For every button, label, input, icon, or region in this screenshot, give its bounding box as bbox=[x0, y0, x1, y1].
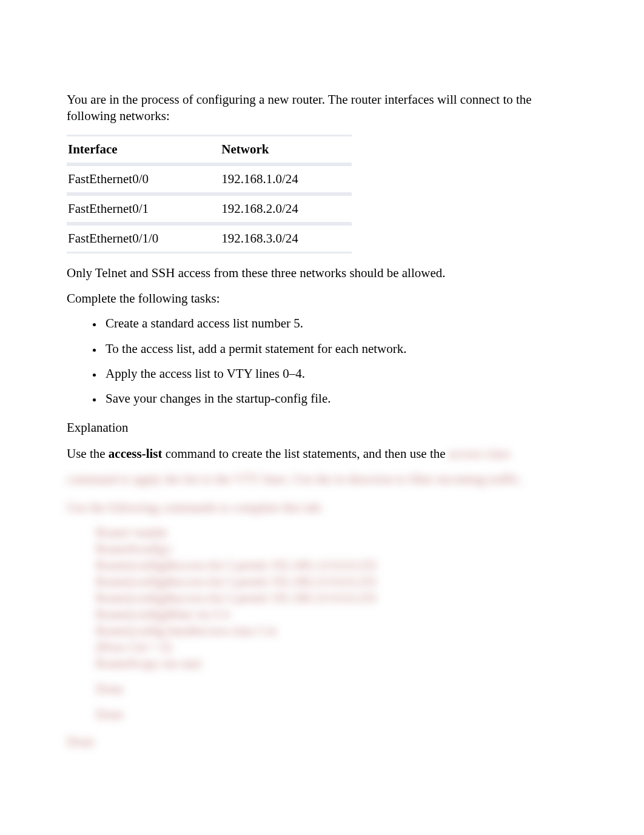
blurred-code-line: Router(config-line)#access-class 5 in bbox=[96, 623, 577, 639]
blurred-footer: Done bbox=[67, 733, 577, 750]
col-header-interface: Interface bbox=[67, 135, 220, 164]
blurred-word: Done bbox=[96, 680, 577, 697]
blurred-code-line: Router>enable bbox=[96, 525, 577, 541]
table-row: FastEthernet0/1 192.168.2.0/24 bbox=[67, 194, 352, 224]
blurred-line: command to apply the list to the VTY lin… bbox=[67, 471, 577, 488]
cell-interface: FastEthernet0/1 bbox=[67, 194, 220, 224]
blurred-word: Done bbox=[96, 706, 577, 723]
interface-network-table: Interface Network FastEthernet0/0 192.16… bbox=[67, 135, 352, 253]
list-item: Save your changes in the startup-config … bbox=[103, 391, 577, 407]
blurred-code-line: Router#copy run start bbox=[96, 656, 577, 672]
list-item: Create a standard access list number 5. bbox=[103, 315, 577, 332]
task-list: Create a standard access list number 5. … bbox=[67, 315, 577, 407]
table-row: FastEthernet0/0 192.168.1.0/24 bbox=[67, 164, 352, 194]
complete-tasks-paragraph: Complete the following tasks: bbox=[67, 290, 577, 307]
sentence-prefix: Use the bbox=[67, 446, 109, 461]
col-header-network: Network bbox=[220, 135, 352, 164]
allowed-paragraph: Only Telnet and SSH access from these th… bbox=[67, 264, 577, 281]
access-list-keyword: access-list bbox=[109, 446, 163, 461]
intro-paragraph: You are in the process of configuring a … bbox=[67, 92, 577, 125]
blurred-inline-text: access-class bbox=[449, 446, 510, 461]
cell-network: 192.168.1.0/24 bbox=[220, 164, 352, 194]
use-access-list-paragraph: Use the access-list command to create th… bbox=[67, 445, 577, 462]
cell-interface: FastEthernet0/1/0 bbox=[67, 224, 220, 253]
blurred-code-line: Router(config)#access-list 5 permit 192.… bbox=[96, 590, 577, 606]
blurred-subheading: Use the following commands to complete t… bbox=[67, 499, 577, 516]
explanation-heading: Explanation bbox=[67, 419, 577, 436]
blurred-code-line: Router(config)#line vty 0 4 bbox=[96, 606, 577, 623]
cell-interface: FastEthernet0/0 bbox=[67, 164, 220, 194]
list-item: To the access list, add a permit stateme… bbox=[103, 341, 577, 357]
blurred-code-line: Router(config)#access-list 5 permit 192.… bbox=[96, 557, 577, 574]
sentence-suffix: command to create the list statements, a… bbox=[162, 446, 448, 461]
cell-network: 192.168.2.0/24 bbox=[220, 194, 352, 224]
list-item: Apply the access list to VTY lines 0–4. bbox=[103, 366, 577, 382]
blurred-code-block: Router>enable Router#config t Router(con… bbox=[96, 525, 577, 672]
blurred-code-line: (Press Ctrl + Z) bbox=[96, 639, 577, 656]
blurred-code-line: Router(config)#access-list 5 permit 192.… bbox=[96, 574, 577, 590]
document-page: You are in the process of configuring a … bbox=[0, 0, 644, 835]
table-header-row: Interface Network bbox=[67, 135, 352, 164]
cell-network: 192.168.3.0/24 bbox=[220, 224, 352, 253]
table-row: FastEthernet0/1/0 192.168.3.0/24 bbox=[67, 224, 352, 253]
blurred-code-line: Router#config t bbox=[96, 541, 577, 557]
